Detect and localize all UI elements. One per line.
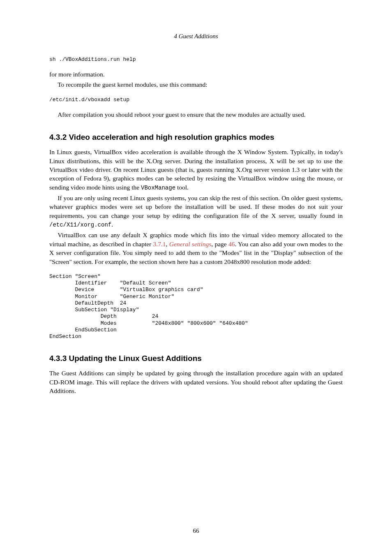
paragraph: VirtualBox can use any default X graphic… bbox=[49, 231, 343, 266]
paragraph: To recompile the guest kernel modules, u… bbox=[49, 80, 343, 89]
text: In Linux guests, VirtualBox video accele… bbox=[49, 148, 343, 191]
paragraph: If you are only using recent Linux guest… bbox=[49, 194, 343, 229]
running-header: 4 Guest Additions bbox=[49, 33, 343, 40]
code-line-1: sh ./VBoxAdditions.run help bbox=[49, 56, 343, 62]
page: 4 Guest Additions sh ./VBoxAdditions.run… bbox=[0, 0, 392, 555]
text: tool. bbox=[175, 184, 189, 191]
text: , page bbox=[211, 240, 228, 247]
text: , bbox=[166, 240, 169, 247]
paragraph: The Guest Additions can simply be update… bbox=[49, 369, 343, 395]
inline-code: VBoxManage bbox=[141, 185, 175, 191]
text: If you are only using recent Linux guest… bbox=[49, 194, 343, 219]
paragraph: After compilation you should reboot your… bbox=[49, 110, 343, 119]
link-chapter[interactable]: 3.7.1 bbox=[153, 240, 166, 247]
paragraph: for more information. bbox=[49, 70, 343, 79]
page-number: 66 bbox=[0, 527, 392, 534]
section-heading-4-3-3: 4.3.3 Updating the Linux Guest Additions bbox=[49, 354, 343, 363]
code-block-screen-section: Section "Screen" Identifier "Default Scr… bbox=[49, 273, 343, 340]
code-line-2: /etc/init.d/vboxadd setup bbox=[49, 97, 343, 103]
paragraph: In Linux guests, VirtualBox video accele… bbox=[49, 148, 343, 192]
text: . bbox=[111, 221, 113, 228]
link-general-settings[interactable]: General settings bbox=[169, 240, 211, 247]
inline-code: /etc/X11/xorg.conf bbox=[49, 222, 111, 228]
link-page[interactable]: 46 bbox=[228, 240, 235, 247]
section-heading-4-3-2: 4.3.2 Video acceleration and high resolu… bbox=[49, 133, 343, 142]
